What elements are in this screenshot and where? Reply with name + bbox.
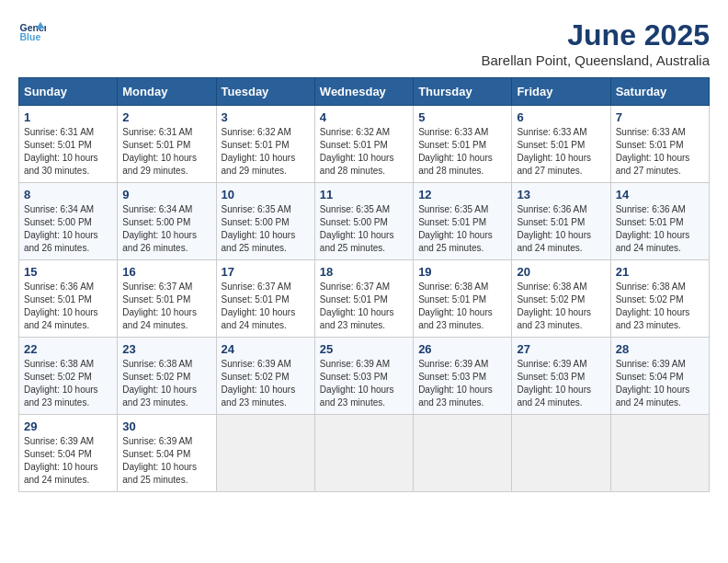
day-number: 5 [418, 110, 506, 124]
day-number: 17 [222, 265, 310, 279]
calendar-cell: 8Sunrise: 6:34 AMSunset: 5:00 PMDaylight… [19, 183, 118, 260]
calendar-cell [512, 415, 610, 492]
day-info: Sunrise: 6:35 AMSunset: 5:00 PMDaylight:… [320, 203, 408, 255]
calendar-cell: 29Sunrise: 6:39 AMSunset: 5:04 PMDayligh… [19, 415, 118, 492]
day-info: Sunrise: 6:38 AMSunset: 5:02 PMDaylight:… [616, 281, 704, 332]
calendar-cell: 27Sunrise: 6:39 AMSunset: 5:03 PMDayligh… [512, 338, 610, 415]
logo-icon: General Blue [18, 18, 46, 46]
calendar-cell: 22Sunrise: 6:38 AMSunset: 5:02 PMDayligh… [19, 338, 118, 415]
calendar-cell: 10Sunrise: 6:35 AMSunset: 5:00 PMDayligh… [216, 183, 314, 260]
day-number: 30 [122, 419, 210, 433]
calendar-cell: 1Sunrise: 6:31 AMSunset: 5:01 PMDaylight… [19, 106, 118, 183]
svg-text:Blue: Blue [20, 31, 41, 42]
day-info: Sunrise: 6:39 AMSunset: 5:02 PMDaylight:… [222, 358, 310, 409]
day-number: 10 [222, 188, 310, 201]
day-info: Sunrise: 6:32 AMSunset: 5:01 PMDaylight:… [320, 126, 408, 178]
calendar-cell: 24Sunrise: 6:39 AMSunset: 5:02 PMDayligh… [216, 338, 314, 415]
day-number: 27 [517, 342, 605, 356]
calendar-cell: 23Sunrise: 6:38 AMSunset: 5:02 PMDayligh… [118, 338, 216, 415]
day-number: 19 [418, 265, 506, 279]
day-info: Sunrise: 6:39 AMSunset: 5:04 PMDaylight:… [24, 435, 112, 487]
day-number: 21 [616, 265, 704, 279]
calendar-cell [216, 415, 314, 492]
calendar-cell: 14Sunrise: 6:36 AMSunset: 5:01 PMDayligh… [610, 183, 709, 260]
month-title: June 2025 [482, 18, 711, 52]
day-info: Sunrise: 6:31 AMSunset: 5:01 PMDaylight:… [122, 126, 210, 178]
day-number: 13 [517, 188, 605, 201]
calendar-cell: 30Sunrise: 6:39 AMSunset: 5:04 PMDayligh… [118, 415, 216, 492]
day-number: 3 [222, 110, 310, 124]
day-info: Sunrise: 6:39 AMSunset: 5:03 PMDaylight:… [320, 358, 408, 409]
location-title: Barellan Point, Queensland, Australia [482, 52, 711, 68]
day-number: 6 [517, 110, 605, 124]
title-area: June 2025 Barellan Point, Queensland, Au… [482, 18, 711, 68]
day-info: Sunrise: 6:36 AMSunset: 5:01 PMDaylight:… [517, 203, 605, 255]
calendar-cell: 21Sunrise: 6:38 AMSunset: 5:02 PMDayligh… [610, 260, 709, 338]
calendar-cell: 19Sunrise: 6:38 AMSunset: 5:01 PMDayligh… [414, 260, 512, 338]
day-info: Sunrise: 6:39 AMSunset: 5:03 PMDaylight:… [418, 358, 506, 409]
weekday-header-saturday: Saturday [610, 78, 709, 106]
day-number: 24 [222, 342, 310, 356]
weekday-header-row: SundayMondayTuesdayWednesdayThursdayFrid… [19, 78, 710, 106]
logo: General Blue [18, 18, 46, 46]
day-info: Sunrise: 6:38 AMSunset: 5:02 PMDaylight:… [517, 281, 605, 332]
day-info: Sunrise: 6:38 AMSunset: 5:02 PMDaylight:… [24, 358, 112, 409]
day-info: Sunrise: 6:37 AMSunset: 5:01 PMDaylight:… [222, 281, 310, 332]
weekday-header-sunday: Sunday [19, 78, 118, 106]
day-number: 2 [122, 110, 210, 124]
calendar-cell: 3Sunrise: 6:32 AMSunset: 5:01 PMDaylight… [216, 106, 314, 183]
week-row-3: 15Sunrise: 6:36 AMSunset: 5:01 PMDayligh… [19, 260, 710, 338]
calendar-cell: 4Sunrise: 6:32 AMSunset: 5:01 PMDaylight… [314, 106, 413, 183]
day-info: Sunrise: 6:36 AMSunset: 5:01 PMDaylight:… [616, 203, 704, 255]
calendar-cell: 9Sunrise: 6:34 AMSunset: 5:00 PMDaylight… [118, 183, 216, 260]
calendar-cell: 17Sunrise: 6:37 AMSunset: 5:01 PMDayligh… [216, 260, 314, 338]
weekday-header-friday: Friday [512, 78, 610, 106]
calendar-cell: 6Sunrise: 6:33 AMSunset: 5:01 PMDaylight… [512, 106, 610, 183]
calendar-cell [610, 415, 709, 492]
day-info: Sunrise: 6:34 AMSunset: 5:00 PMDaylight:… [122, 203, 210, 255]
day-number: 23 [122, 342, 210, 356]
day-info: Sunrise: 6:33 AMSunset: 5:01 PMDaylight:… [517, 126, 605, 178]
day-info: Sunrise: 6:39 AMSunset: 5:03 PMDaylight:… [517, 358, 605, 409]
day-info: Sunrise: 6:37 AMSunset: 5:01 PMDaylight:… [320, 281, 408, 332]
calendar-table: SundayMondayTuesdayWednesdayThursdayFrid… [18, 77, 710, 492]
day-info: Sunrise: 6:38 AMSunset: 5:01 PMDaylight:… [418, 281, 506, 332]
day-number: 16 [122, 265, 210, 279]
day-number: 9 [122, 188, 210, 201]
header: General Blue June 2025 Barellan Point, Q… [18, 18, 710, 68]
day-info: Sunrise: 6:31 AMSunset: 5:01 PMDaylight:… [24, 126, 112, 178]
day-info: Sunrise: 6:39 AMSunset: 5:04 PMDaylight:… [122, 435, 210, 487]
day-number: 25 [320, 342, 408, 356]
day-number: 11 [320, 188, 408, 201]
day-info: Sunrise: 6:33 AMSunset: 5:01 PMDaylight:… [418, 126, 506, 178]
day-number: 29 [24, 419, 112, 433]
day-info: Sunrise: 6:38 AMSunset: 5:02 PMDaylight:… [122, 358, 210, 409]
calendar-cell: 2Sunrise: 6:31 AMSunset: 5:01 PMDaylight… [118, 106, 216, 183]
day-number: 22 [24, 342, 112, 356]
day-info: Sunrise: 6:37 AMSunset: 5:01 PMDaylight:… [122, 281, 210, 332]
weekday-header-thursday: Thursday [414, 78, 512, 106]
calendar-cell: 16Sunrise: 6:37 AMSunset: 5:01 PMDayligh… [118, 260, 216, 338]
day-number: 4 [320, 110, 408, 124]
day-number: 12 [418, 188, 506, 201]
calendar-cell: 12Sunrise: 6:35 AMSunset: 5:01 PMDayligh… [414, 183, 512, 260]
day-info: Sunrise: 6:39 AMSunset: 5:04 PMDaylight:… [616, 358, 704, 409]
day-info: Sunrise: 6:33 AMSunset: 5:01 PMDaylight:… [616, 126, 704, 178]
week-row-5: 29Sunrise: 6:39 AMSunset: 5:04 PMDayligh… [19, 415, 710, 492]
calendar-cell [314, 415, 413, 492]
day-info: Sunrise: 6:34 AMSunset: 5:00 PMDaylight:… [24, 203, 112, 255]
day-number: 18 [320, 265, 408, 279]
weekday-header-monday: Monday [118, 78, 216, 106]
week-row-1: 1Sunrise: 6:31 AMSunset: 5:01 PMDaylight… [19, 106, 710, 183]
week-row-4: 22Sunrise: 6:38 AMSunset: 5:02 PMDayligh… [19, 338, 710, 415]
calendar-cell: 11Sunrise: 6:35 AMSunset: 5:00 PMDayligh… [314, 183, 413, 260]
calendar-cell: 7Sunrise: 6:33 AMSunset: 5:01 PMDaylight… [610, 106, 709, 183]
day-info: Sunrise: 6:35 AMSunset: 5:01 PMDaylight:… [418, 203, 506, 255]
calendar-cell: 25Sunrise: 6:39 AMSunset: 5:03 PMDayligh… [314, 338, 413, 415]
calendar-cell: 13Sunrise: 6:36 AMSunset: 5:01 PMDayligh… [512, 183, 610, 260]
calendar-cell: 26Sunrise: 6:39 AMSunset: 5:03 PMDayligh… [414, 338, 512, 415]
day-info: Sunrise: 6:36 AMSunset: 5:01 PMDaylight:… [24, 281, 112, 332]
calendar-cell: 28Sunrise: 6:39 AMSunset: 5:04 PMDayligh… [610, 338, 709, 415]
weekday-header-tuesday: Tuesday [216, 78, 314, 106]
day-number: 28 [616, 342, 704, 356]
